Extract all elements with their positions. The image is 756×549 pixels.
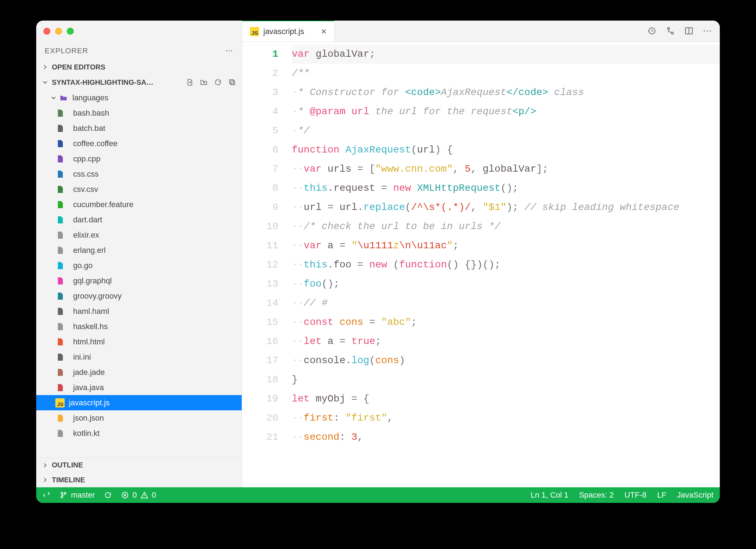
code-line[interactable]: ··/* check the url to be in urls */ [292,217,720,236]
code-line[interactable]: ··// # [292,294,720,313]
explorer-more-icon[interactable]: ⋯ [225,46,233,55]
code-line[interactable]: ··first: "first", [292,409,720,428]
file-icon [55,368,65,377]
code-line[interactable]: } [292,370,720,389]
eol-button[interactable]: LF [657,490,667,500]
compare-changes-icon[interactable] [666,26,675,35]
window-zoom-button[interactable] [67,28,74,35]
cursor-position[interactable]: Ln 1, Col 1 [531,490,568,500]
code-line[interactable]: ·* Constructor for <code>AjaxRequest</co… [292,83,720,102]
file-item[interactable]: JSjavascript.js [36,395,242,410]
file-item[interactable]: cpp.cpp [36,151,242,166]
svg-point-8 [61,496,63,498]
file-label: batch.bat [73,124,105,133]
chevron-down-icon [50,95,57,101]
file-item[interactable]: batch.bat [36,121,242,136]
code-line[interactable]: ··const cons = "abc"; [292,313,720,332]
file-item[interactable]: bash.bash [36,105,242,121]
file-label: html.html [73,337,105,346]
file-item[interactable]: elixir.ex [36,227,242,243]
code-line[interactable]: ·*/ [292,121,720,140]
file-item[interactable]: haml.haml [36,304,242,319]
timeline-section[interactable]: TIMELINE [36,472,242,487]
file-item[interactable]: cucumber.feature [36,197,242,212]
svg-rect-0 [230,80,234,84]
open-editors-label: OPEN EDITORS [52,63,105,71]
window-minimize-button[interactable] [55,28,62,35]
file-item[interactable]: jade.jade [36,365,242,380]
chevron-right-icon [42,477,48,483]
timeline-history-icon[interactable] [647,26,657,35]
code-line[interactable]: /** [292,64,720,83]
chevron-right-icon [42,462,48,468]
collapse-all-icon[interactable] [228,78,236,86]
code-content[interactable]: var globalVar;/**·* Constructor for <cod… [288,42,720,487]
code-line[interactable]: function AjaxRequest(url) { [292,140,720,160]
open-editors-section[interactable]: OPEN EDITORS [36,60,242,74]
file-label: kotlin.kt [73,429,100,438]
file-item[interactable]: java.java [36,380,242,395]
code-line[interactable]: var globalVar; [292,45,720,64]
error-icon [121,491,129,499]
chevron-right-icon [42,64,48,70]
indentation-button[interactable]: Spaces: 2 [579,490,614,500]
file-item[interactable]: groovy.groovy [36,288,242,304]
file-label: css.css [73,170,99,179]
code-line[interactable]: let myObj = { [292,389,720,409]
encoding-button[interactable]: UTF-8 [624,490,646,500]
code-editor[interactable]: 123456789101112131415161718192021 var gl… [242,42,720,487]
language-mode-button[interactable]: JavaScript [677,490,713,500]
project-section-header[interactable]: SYNTAX-HIGHLIGHTING-SA… [36,74,242,90]
file-item[interactable]: kotlin.kt [36,426,242,441]
file-label: erlang.erl [73,246,106,255]
code-line[interactable]: ··this.request = new XMLHttpRequest(); [292,179,720,198]
code-line[interactable]: ··url = url.replace(/^\s*(.*)/, "$1"); /… [292,198,720,217]
code-line[interactable]: ··var a = "\u1111z\n\u11ac"; [292,236,720,255]
code-line[interactable]: ·* @param url the url for the request<p/… [292,102,720,121]
editor-more-icon[interactable]: ⋯ [703,26,712,35]
file-item[interactable]: html.html [36,334,242,349]
file-item[interactable]: csv.csv [36,182,242,197]
code-line[interactable]: ··var urls = ["www.cnn.com", 5, globalVa… [292,160,720,179]
file-label: javascript.js [69,398,110,407]
file-icon [55,170,65,179]
file-item[interactable]: css.css [36,166,242,182]
problems-button[interactable]: 0 0 [121,490,156,500]
code-line[interactable]: ··console.log(cons) [292,351,720,370]
tab-javascript-js[interactable]: JS javascript.js ✕ [242,21,334,41]
outline-section[interactable]: OUTLINE [36,458,242,472]
git-branch-icon [60,491,67,499]
code-line[interactable]: ··this.foo = new (function() {})(); [292,255,720,274]
file-icon [55,231,65,240]
file-label: coffee.coffee [73,139,117,148]
file-item[interactable]: erlang.erl [36,243,242,258]
file-item[interactable]: haskell.hs [36,319,242,334]
new-folder-icon[interactable] [200,78,208,86]
git-branch-button[interactable]: master [60,490,95,500]
file-icon [55,429,65,438]
split-editor-icon[interactable] [684,26,694,35]
code-line[interactable]: ··let a = true; [292,332,720,351]
new-file-icon[interactable] [186,78,193,86]
folder-item[interactable]: languages [36,90,242,105]
refresh-icon[interactable] [214,78,222,86]
warning-icon [141,491,148,499]
file-item[interactable]: coffee.coffee [36,136,242,151]
file-label: csv.csv [73,185,98,194]
file-item[interactable]: gql.graphql [36,273,242,288]
code-line[interactable]: ··foo(); [292,274,720,294]
sync-button[interactable] [104,491,112,499]
file-icon [55,154,65,163]
tab-bar: JS javascript.js ✕ ⋯ [242,21,720,42]
file-label: cpp.cpp [73,154,100,163]
file-icon [55,353,65,362]
code-line[interactable]: ··second: 3, [292,428,720,447]
tab-close-icon[interactable]: ✕ [321,27,327,36]
file-item[interactable]: go.go [36,258,242,273]
file-item[interactable]: ini.ini [36,349,242,365]
file-label: ini.ini [73,353,91,362]
file-item[interactable]: json.json [36,410,242,426]
file-item[interactable]: dart.dart [36,212,242,227]
remote-button[interactable] [43,491,50,499]
window-close-button[interactable] [43,28,50,35]
